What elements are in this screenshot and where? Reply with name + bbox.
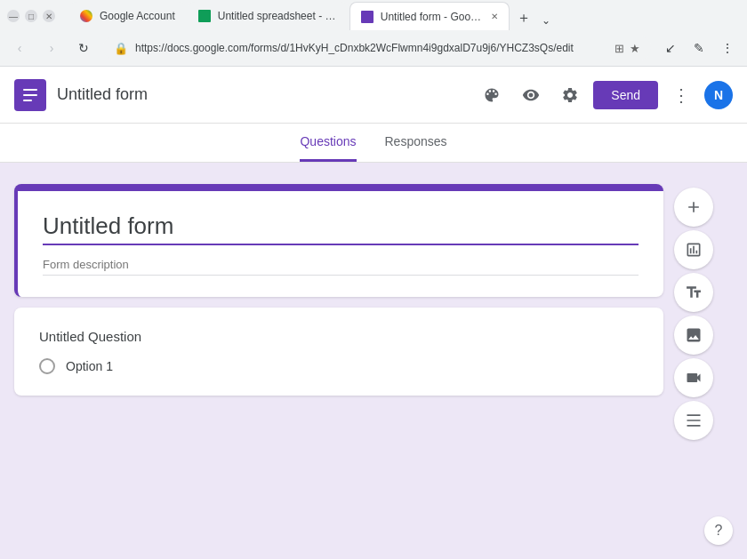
app-title: Untitled form xyxy=(57,85,465,104)
sheets-favicon-icon xyxy=(198,10,211,22)
window-controls: — □ ✕ xyxy=(7,10,55,22)
svg-rect-1 xyxy=(23,94,37,96)
radio-option-1[interactable] xyxy=(39,358,55,374)
question-mark-icon: ? xyxy=(715,523,723,539)
add-image-button[interactable] xyxy=(674,316,713,355)
tab-more-button[interactable]: ⌄ xyxy=(538,11,554,30)
question-card: Untitled Question Option 1 xyxy=(14,308,663,396)
form-area: Untitled Question Option 1 xyxy=(14,184,663,538)
question-title: Untitled Question xyxy=(39,329,639,344)
tab-questions[interactable]: Questions xyxy=(300,124,356,162)
close-button[interactable]: ✕ xyxy=(43,10,55,22)
tab-google-account-title: Google Account xyxy=(100,10,175,22)
star-icon[interactable]: ★ xyxy=(630,42,640,55)
minimize-button[interactable]: — xyxy=(7,10,20,22)
app-header: Untitled form Send ⋮ N xyxy=(0,67,747,124)
toolbar-right: ↙ ✎ ⋮ xyxy=(658,36,740,60)
profile-icon[interactable]: ✎ xyxy=(687,36,711,60)
reload-button[interactable]: ↻ xyxy=(71,36,96,60)
browser-menu-icon[interactable]: ⋮ xyxy=(715,36,740,60)
forms-favicon-icon xyxy=(361,11,374,23)
preview-button[interactable] xyxy=(515,79,547,111)
new-tab-button[interactable]: ＋ xyxy=(511,5,536,30)
tabs-bar: Google Account Untitled spreadsheet - Go… xyxy=(62,2,561,30)
browser-tab-google-account[interactable]: Google Account xyxy=(69,2,186,30)
tab-spreadsheet-title: Untitled spreadsheet - Goo... xyxy=(218,10,337,22)
palette-button[interactable] xyxy=(476,79,508,111)
lock-icon: 🔒 xyxy=(114,42,128,55)
form-description-input[interactable] xyxy=(43,258,639,276)
omnibox-bar: ‹ › ↻ 🔒 https://docs.google.com/forms/d/… xyxy=(0,32,747,66)
title-bar: — □ ✕ Google Account Untitled spreadshee… xyxy=(0,0,747,32)
help-button[interactable]: ? xyxy=(704,516,733,545)
settings-button[interactable] xyxy=(554,79,586,111)
tab-forms-title: Untitled form - Google xyxy=(381,11,484,23)
option-row: Option 1 xyxy=(39,358,639,374)
add-section-button[interactable] xyxy=(674,401,713,440)
bookmark-icon[interactable]: ⊞ xyxy=(614,42,624,55)
forward-button[interactable]: › xyxy=(39,36,64,60)
tab-navigation: Questions Responses xyxy=(0,124,747,163)
tab-responses[interactable]: Responses xyxy=(385,124,447,162)
url-text: https://docs.google.com/forms/d/1HvKyH_c… xyxy=(135,42,607,54)
main-content: Untitled Question Option 1 ? xyxy=(0,163,747,559)
import-questions-button[interactable] xyxy=(674,230,713,269)
omnibox[interactable]: 🔒 https://docs.google.com/forms/d/1HvKyH… xyxy=(103,36,651,60)
user-avatar[interactable]: N xyxy=(704,81,733,109)
send-button[interactable]: Send xyxy=(593,81,658,109)
add-question-button[interactable] xyxy=(674,188,713,227)
add-video-button[interactable] xyxy=(674,358,713,397)
option-1-label: Option 1 xyxy=(66,359,113,373)
downloads-icon[interactable]: ↙ xyxy=(658,36,683,60)
form-title-input[interactable] xyxy=(43,212,639,245)
add-title-button[interactable] xyxy=(674,273,713,312)
tab-close-icon[interactable]: ✕ xyxy=(491,12,498,21)
back-button[interactable]: ‹ xyxy=(7,36,32,60)
app-logo xyxy=(14,79,46,111)
google-favicon-icon xyxy=(80,10,92,22)
header-actions: Send ⋮ N xyxy=(476,79,733,111)
more-options-button[interactable]: ⋮ xyxy=(665,79,697,111)
browser-tab-forms[interactable]: Untitled form - Google ✕ xyxy=(349,2,510,30)
svg-rect-0 xyxy=(23,89,37,91)
form-title-card xyxy=(14,184,663,297)
maximize-button[interactable]: □ xyxy=(25,10,37,22)
browser-chrome: — □ ✕ Google Account Untitled spreadshee… xyxy=(0,0,747,67)
svg-rect-2 xyxy=(23,100,32,101)
browser-tab-spreadsheet[interactable]: Untitled spreadsheet - Goo... xyxy=(188,2,348,30)
right-sidebar xyxy=(674,184,713,538)
